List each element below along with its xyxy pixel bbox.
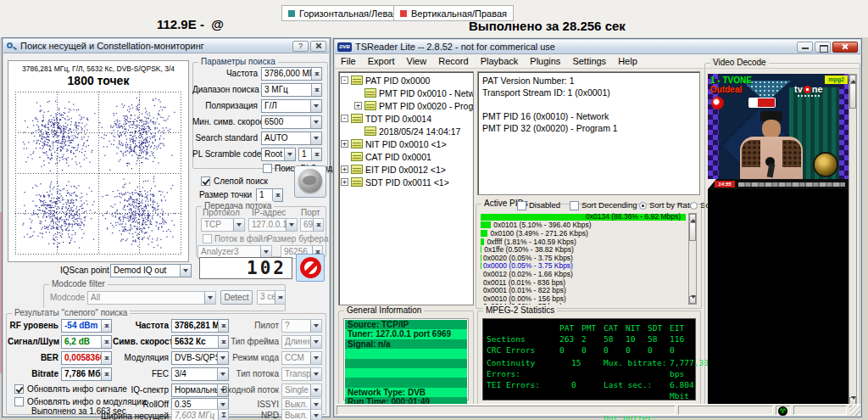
sort-by-pid-radio[interactable]	[690, 202, 698, 210]
ip-dropdown[interactable]: 127.0.0.1	[248, 218, 298, 232]
chevron-down-icon[interactable]	[204, 292, 215, 304]
port-spinner[interactable]	[313, 219, 323, 231]
result-frequency-input[interactable]: 3786,281 МГц	[171, 319, 229, 333]
resize-grip[interactable]	[849, 405, 860, 416]
chevron-down-icon[interactable]	[180, 265, 191, 277]
carrier-width-input[interactable]: 7,603 МГц	[171, 409, 229, 420]
help-button[interactable]: ?	[292, 41, 309, 52]
pls-search-checkbox[interactable]	[263, 164, 272, 173]
menu-settings[interactable]: Settings	[566, 56, 612, 66]
detect-interval-spinner[interactable]	[275, 291, 285, 304]
search-range-spinner[interactable]	[311, 84, 321, 96]
sort-by-rate-radio[interactable]	[639, 202, 647, 210]
menu-file[interactable]: File	[335, 56, 362, 66]
ber-input[interactable]: 0,0058360	[61, 351, 112, 365]
chevron-down-icon[interactable]	[310, 336, 321, 348]
globe-button[interactable]	[294, 165, 326, 198]
chevron-down-icon[interactable]	[310, 352, 321, 364]
fec-dropdown[interactable]: 3/4	[171, 367, 229, 381]
minimize-button[interactable]	[797, 42, 813, 53]
pid-row[interactable]: 0xffff (1.81% - 140.59 Kbps)	[481, 238, 686, 246]
npd-dropdown[interactable]: Выкл.	[281, 409, 322, 420]
tree-expander[interactable]: +	[354, 102, 362, 109]
min-symbol-rate-dropdown[interactable]: 6500	[261, 115, 322, 129]
update-modulation-info-checkbox[interactable]	[14, 397, 24, 406]
frequency-spinner[interactable]	[311, 68, 321, 80]
menu-plugins[interactable]: Plugins	[524, 56, 566, 66]
pids-disabled-checkbox[interactable]	[517, 201, 526, 210]
pid-list-scrollbar[interactable]	[688, 213, 697, 305]
pid-row[interactable]: 0x0001 (0.01% - 822 bps)	[481, 286, 686, 294]
tree-item[interactable]: PMT PID 0x0010 - Network	[341, 87, 473, 99]
pid-row[interactable]: 0x0014 (0.00% - 57 bps)	[481, 303, 686, 305]
menu-record[interactable]: Record	[432, 56, 474, 66]
scroll-down-icon[interactable]	[689, 296, 696, 304]
update-signal-info-checkbox[interactable]	[14, 384, 24, 394]
frame-type-dropdown[interactable]: Длинный	[281, 335, 322, 349]
tree-expander[interactable]: +	[341, 165, 348, 173]
legend-horizontal-left[interactable]: Горизонтальная/Левая	[281, 5, 404, 21]
tree-item[interactable]: +PMT PID 0x0020 - Progr. 1	[341, 99, 473, 112]
chevron-down-icon[interactable]	[233, 219, 244, 231]
pid-row[interactable]: 0x0012 (0.02% - 1.66 Kbps)	[481, 270, 686, 278]
tsreader-titlebar[interactable]: DVB TSReader Lite -- 2.8.52 - not for co…	[335, 40, 860, 54]
tree-item[interactable]: CAT PID 0x0001	[341, 150, 473, 163]
frequency-input[interactable]: 3786,000 МГц	[261, 67, 322, 81]
pid-row[interactable]: 0x0134 (88.36% - 6.92 Mbps)	[481, 213, 686, 221]
pids-sort-descending-checkbox[interactable]	[570, 201, 579, 210]
rf-level-input[interactable]: -54 dBm	[61, 319, 112, 333]
stream-type-dropdown[interactable]: Transport	[281, 367, 322, 381]
pid-row[interactable]: 0x0010 (0.00% - 156 bps)	[481, 294, 686, 303]
scroll-up-icon[interactable]	[689, 214, 696, 221]
pid-row[interactable]: 0x0101 (5.10% - 396.40 Kbps)	[481, 221, 686, 230]
tree-expander[interactable]: +	[341, 140, 348, 148]
chevron-down-icon[interactable]	[310, 384, 321, 396]
iqscan-point-dropdown[interactable]: Demod IQ out	[110, 264, 192, 277]
chevron-down-icon[interactable]	[286, 219, 297, 231]
pl-scramble-mode-dropdown[interactable]: Root	[261, 148, 296, 161]
tree-item[interactable]: +NIT PID 0x0010 <1>	[341, 137, 473, 150]
tree-item[interactable]: 2018/05/24 14:04:17	[341, 125, 473, 137]
chevron-down-icon[interactable]	[284, 148, 295, 160]
dot-size-spinner[interactable]	[272, 189, 282, 201]
menu-view[interactable]: View	[401, 56, 433, 66]
maximize-button[interactable]	[815, 42, 831, 53]
rf-spinner[interactable]	[101, 320, 111, 332]
chevron-down-icon[interactable]	[310, 410, 321, 420]
input-stream-dropdown[interactable]: Single	[281, 384, 322, 397]
tree-expander[interactable]: -	[341, 115, 348, 122]
snr-spinner[interactable]	[101, 336, 111, 348]
menu-export[interactable]: Export	[362, 56, 401, 66]
chevron-down-icon[interactable]	[260, 246, 271, 258]
chevron-down-icon[interactable]	[217, 368, 228, 380]
pid-row[interactable]: 0x0020 (0.05% - 3.75 Kbps)	[481, 254, 686, 262]
bitrate-input[interactable]: 7,786 Мбит	[61, 367, 112, 381]
stream-to-file-checkbox[interactable]	[203, 234, 212, 244]
tree-item[interactable]: +SDT PID 0x0011 <1>	[341, 176, 473, 188]
scrollbar-thumb[interactable]	[689, 222, 696, 241]
tree-item[interactable]: +EIT PID 0x0012 <1>	[341, 163, 473, 176]
chevron-down-icon[interactable]	[310, 132, 321, 144]
carrier-width-spinner[interactable]	[218, 410, 228, 420]
close-button[interactable]	[832, 42, 858, 53]
pid-row[interactable]: 0x0011 (0.01% - 836 bps)	[481, 278, 686, 287]
polarization-dropdown[interactable]: Г/Л	[261, 99, 322, 113]
blind-search-checkbox[interactable]	[201, 176, 210, 186]
scroll-up-icon[interactable]	[849, 75, 856, 82]
chevron-down-icon[interactable]	[310, 368, 321, 380]
scrollbar-thumb[interactable]	[849, 83, 856, 109]
chevron-down-icon[interactable]	[217, 352, 228, 364]
tree-item[interactable]: -TDT PID 0x0014	[341, 112, 473, 125]
menu-help[interactable]: Help	[612, 56, 643, 66]
chevron-down-icon[interactable]	[310, 116, 321, 128]
pid-row[interactable]: 0x1ffe (0.50% - 38.82 Kbps)	[481, 245, 686, 254]
pid-row[interactable]: 0x0000 (0.05% - 3.75 Kbps)	[481, 262, 686, 271]
chevron-down-icon[interactable]	[310, 320, 321, 332]
modcode-dropdown[interactable]: All	[87, 291, 216, 305]
code-mode-dropdown[interactable]: CCM	[281, 351, 322, 365]
tree-expander[interactable]: -	[341, 76, 348, 84]
protocol-dropdown[interactable]: TCP	[201, 218, 245, 232]
pid-row[interactable]: 0x0100 (3.49% - 271.26 Kbps)	[481, 229, 686, 238]
symbol-rate-input[interactable]: 5632 Кс	[171, 335, 229, 349]
result-frequency-spinner[interactable]	[218, 320, 228, 332]
